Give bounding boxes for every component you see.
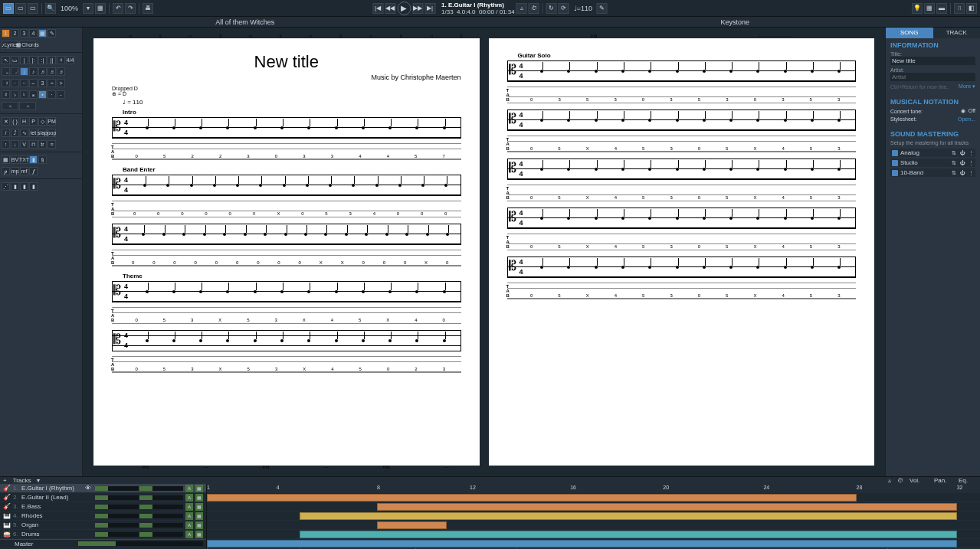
tab-staff[interactable]: TAB 05X45305X453 xyxy=(507,234,857,250)
automation-b-icon[interactable]: ▦ xyxy=(195,512,203,520)
tab-song[interactable]: SONG xyxy=(886,28,933,38)
clip[interactable] xyxy=(377,503,957,511)
dynamics-mp-icon[interactable]: mp xyxy=(11,167,19,175)
notation-staff[interactable]: 𝄡44 xyxy=(112,330,461,351)
power-icon[interactable]: ⏻ xyxy=(959,150,965,156)
search-icon[interactable]: 🔍 xyxy=(45,3,56,14)
tab-staff[interactable]: TAB 053X53X45X40 xyxy=(112,307,461,324)
upstroke-icon[interactable]: ↑ xyxy=(2,140,10,149)
cursor-icon[interactable]: ↖ xyxy=(2,56,10,64)
barline-icon[interactable]: | xyxy=(20,56,28,64)
toggle-countin-icon[interactable]: ⏱ xyxy=(897,477,903,484)
section-icon[interactable]: § xyxy=(38,155,47,164)
rest-icon[interactable]: 𝄽 xyxy=(2,79,10,87)
clip[interactable] xyxy=(300,512,957,520)
more-icon[interactable]: ⋮ xyxy=(968,150,974,156)
automation-a-icon[interactable]: A xyxy=(185,512,193,520)
barre-icon[interactable]: BV xyxy=(11,155,19,164)
let-ring-icon[interactable]: let xyxy=(29,129,38,137)
clip[interactable] xyxy=(300,531,957,538)
repeat-start-icon[interactable]: |: xyxy=(29,56,38,64)
tempo-value[interactable]: ♩=110 xyxy=(571,5,595,12)
title-input[interactable] xyxy=(890,57,975,65)
sixteenth-note-icon[interactable]: ♬ xyxy=(38,67,47,76)
print-icon[interactable]: 🖶 xyxy=(143,3,153,14)
grid-icon[interactable]: ▦ xyxy=(95,3,106,14)
notation-staff[interactable]: 𝄡44 xyxy=(112,281,461,302)
slide-icon[interactable]: / xyxy=(2,129,10,137)
track-row[interactable]: 🎸3.E.Bass A▦ xyxy=(0,502,206,511)
pick-down-icon[interactable]: ⊓ xyxy=(29,140,38,149)
notation-staff[interactable]: 𝄡44 xyxy=(112,224,461,245)
double-sharp-icon[interactable]: 𝄪 xyxy=(29,90,38,99)
automation-a-icon[interactable]: A xyxy=(185,531,193,538)
trill-icon[interactable]: tr xyxy=(38,140,47,149)
track-row[interactable]: 🥁6.Drums A▦ xyxy=(0,530,206,539)
notation-staff[interactable]: 𝄡 44 xyxy=(112,117,461,139)
automation-a-icon[interactable]: A xyxy=(185,494,193,502)
tab-staff[interactable]: TAB 053X53X45023 xyxy=(112,356,461,373)
track-row[interactable]: 🎹5.Organ A▦ xyxy=(0,521,206,530)
stylesheet-open-link[interactable]: Open... xyxy=(958,116,975,122)
reorder-icon[interactable]: ⇅ xyxy=(951,160,957,166)
artist-input[interactable] xyxy=(890,73,975,81)
notation-staff[interactable]: 𝄡44 xyxy=(112,175,461,196)
tab-staff[interactable]: TAB 05X45305X453 xyxy=(507,136,857,152)
text-icon[interactable]: TXT xyxy=(20,155,28,164)
arrangement-timeline[interactable]: 1 4 8 12 16 20 24 28 32 Intro Band Ent xyxy=(207,484,980,549)
visibility-icon[interactable]: 👁 xyxy=(85,485,93,492)
panel-toggle-icon[interactable]: ◧ xyxy=(966,3,977,14)
countdown-icon[interactable]: ⏱ xyxy=(529,3,539,14)
tracks-dropdown-icon[interactable]: ▾ xyxy=(37,477,40,484)
fretboard-icon[interactable]: ▦ xyxy=(924,3,935,14)
page-3-button[interactable]: 3 xyxy=(20,29,28,38)
clip[interactable] xyxy=(377,521,447,529)
clip[interactable] xyxy=(207,540,957,547)
automation-a-icon[interactable]: A xyxy=(185,503,193,511)
tracks-label[interactable]: Tracks xyxy=(13,477,31,484)
reorder-icon[interactable]: ⇅ xyxy=(951,170,957,176)
tab-staff[interactable]: TAB 035303530353 xyxy=(507,87,857,103)
automation-a-icon[interactable]: A xyxy=(185,485,193,492)
notation-staff[interactable]: 𝄡44 xyxy=(507,109,857,131)
effect-row-studio[interactable]: Studio ⇅ ⏻ ⋮ xyxy=(890,158,975,167)
automation-b-icon[interactable]: ▦ xyxy=(195,494,203,502)
score-page-2[interactable]: Guitar Solo 𝄡44 P.M.- - - - - - - - - - … xyxy=(489,38,875,466)
more-icon[interactable]: ⋮ xyxy=(968,160,974,166)
pick-up-icon[interactable]: V xyxy=(20,140,28,149)
slap-icon[interactable]: slap xyxy=(38,129,47,137)
tab-staff[interactable]: TAB 05X45305X453 xyxy=(507,185,857,201)
metronome-icon[interactable]: ▵ xyxy=(516,3,527,14)
notation-staff[interactable]: 𝄡44 xyxy=(507,60,857,82)
concert-tone-toggle[interactable]: ◉ Off xyxy=(961,108,975,114)
notation-staff[interactable]: 𝄡44 xyxy=(507,158,857,180)
power-icon[interactable]: ⏻ xyxy=(959,170,965,176)
clip[interactable] xyxy=(207,494,857,502)
decrescendo-icon[interactable]: ＞ xyxy=(19,102,36,110)
tab-track[interactable]: TRACK xyxy=(933,28,981,38)
effect-toggle-icon[interactable] xyxy=(892,160,898,166)
hint-icon[interactable]: 💡 xyxy=(912,3,923,14)
vibrato-icon[interactable]: ∿ xyxy=(20,129,28,137)
track-row[interactable]: 🎸1.E.Guitar I (Rhythm)👁 A▦ xyxy=(0,484,206,493)
view-screen-icon[interactable]: ▭ xyxy=(15,3,26,14)
staccato-icon[interactable]: · xyxy=(48,90,56,99)
pan-auto-icon[interactable]: ▮ xyxy=(20,182,28,191)
dynamics-mf-icon[interactable]: mf xyxy=(20,167,28,175)
forward-icon[interactable]: ▶▶ xyxy=(412,3,423,14)
quarter-note-icon[interactable]: ♩ xyxy=(20,67,28,76)
dynamics-p-icon[interactable]: 𝆏 xyxy=(2,167,10,175)
harmonic-icon[interactable]: ◇ xyxy=(38,117,47,126)
effect-row-analog[interactable]: Analog ⇅ ⏻ ⋮ xyxy=(890,149,975,157)
dot-icon[interactable]: · xyxy=(11,79,19,87)
timesig-icon[interactable]: 4/4 xyxy=(66,56,74,64)
double-bar-icon[interactable]: || xyxy=(48,56,56,64)
loop-icon[interactable]: ↻ xyxy=(546,3,557,14)
notation-staff[interactable]: 𝄡44 xyxy=(507,257,857,278)
mixer-icon[interactable]: ⎍ xyxy=(954,3,965,14)
zoom-dropdown-icon[interactable]: ▾ xyxy=(83,3,93,14)
tremolo-icon[interactable]: ≡ xyxy=(48,140,56,149)
repeat-end-icon[interactable]: :| xyxy=(38,56,47,64)
more-icon[interactable]: ⋮ xyxy=(968,170,974,176)
redo-icon[interactable]: ↷ xyxy=(125,3,136,14)
